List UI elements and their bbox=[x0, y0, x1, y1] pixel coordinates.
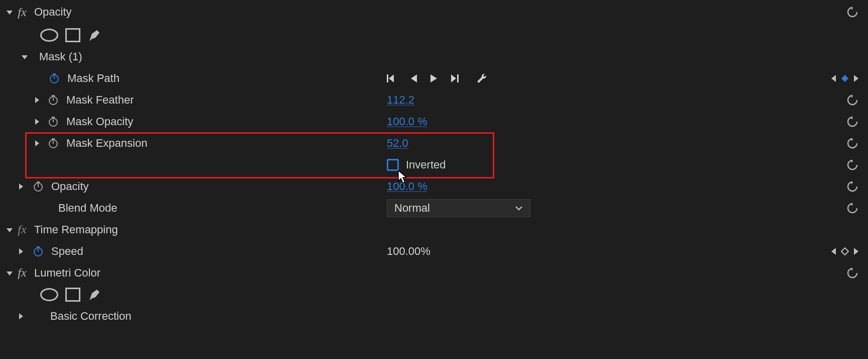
mask-name[interactable]: Mask (1) bbox=[39, 50, 82, 63]
twirl-down-icon[interactable] bbox=[4, 8, 15, 16]
twirl-right-icon[interactable] bbox=[15, 313, 26, 320]
twirl-right-icon[interactable] bbox=[31, 140, 42, 147]
keyframe-navigator[interactable] bbox=[830, 74, 860, 83]
pen-mask-icon[interactable] bbox=[87, 29, 100, 42]
prev-frame-icon[interactable] bbox=[387, 73, 398, 83]
stopwatch-icon[interactable] bbox=[47, 137, 59, 149]
property-label: Opacity bbox=[51, 180, 89, 193]
twirl-right-icon[interactable] bbox=[31, 118, 42, 125]
twirl-down-icon[interactable] bbox=[4, 226, 15, 234]
property-value[interactable]: 100.00% bbox=[387, 245, 430, 258]
reset-icon[interactable] bbox=[845, 265, 860, 281]
reset-icon[interactable] bbox=[845, 114, 860, 129]
property-row-inverted: Inverted bbox=[0, 154, 868, 175]
svg-rect-3 bbox=[387, 74, 388, 82]
property-value[interactable]: 112.2 bbox=[387, 94, 414, 107]
property-label: Mask Opacity bbox=[66, 115, 133, 128]
svg-rect-4 bbox=[457, 74, 459, 82]
svg-rect-9 bbox=[52, 117, 55, 118]
twirl-right-icon[interactable] bbox=[31, 97, 42, 104]
ellipse-mask-icon[interactable] bbox=[40, 288, 58, 301]
rectangle-mask-icon[interactable] bbox=[65, 288, 80, 302]
reset-icon[interactable] bbox=[845, 157, 860, 172]
fx-icon[interactable]: fx bbox=[15, 223, 29, 236]
reset-icon[interactable] bbox=[845, 179, 860, 194]
effect-name: Opacity bbox=[34, 6, 72, 19]
inverted-checkbox[interactable] bbox=[387, 159, 399, 171]
stopwatch-icon[interactable] bbox=[47, 94, 59, 106]
property-label: Basic Correction bbox=[50, 310, 131, 323]
play-icon[interactable] bbox=[429, 73, 438, 83]
step-back-icon[interactable] bbox=[409, 73, 418, 83]
stopwatch-icon[interactable] bbox=[47, 116, 59, 128]
property-row-speed: Speed 100.00% bbox=[0, 240, 868, 262]
twirl-down-icon[interactable] bbox=[4, 269, 15, 277]
property-row-blend-mode: Blend Mode Normal bbox=[0, 197, 868, 219]
property-value[interactable]: 52.0 bbox=[387, 137, 408, 150]
property-value[interactable]: 100.0 % bbox=[387, 115, 427, 128]
effect-row-lumetri-color: fx Lumetri Color bbox=[0, 262, 868, 284]
twirl-right-icon[interactable] bbox=[15, 183, 26, 190]
property-label: Blend Mode bbox=[58, 202, 117, 215]
property-row-mask-opacity: Mask Opacity 100.0 % bbox=[0, 111, 868, 132]
twirl-right-icon[interactable] bbox=[15, 248, 26, 255]
property-row-mask-feather: Mask Feather 112.2 bbox=[0, 89, 868, 111]
property-label: Mask Expansion bbox=[66, 137, 147, 150]
property-row-basic-correction: Basic Correction bbox=[0, 305, 868, 327]
property-label: Mask Path bbox=[67, 72, 120, 85]
property-row-mask-path: Mask Path bbox=[0, 67, 868, 89]
reset-icon[interactable] bbox=[845, 93, 860, 108]
reset-icon[interactable] bbox=[845, 5, 860, 20]
stopwatch-icon[interactable] bbox=[32, 245, 44, 257]
property-row-mask-expansion: Mask Expansion 52.0 bbox=[0, 132, 868, 154]
property-row-opacity: Opacity 100.0 % bbox=[0, 175, 868, 197]
effect-name: Time Remapping bbox=[34, 223, 118, 236]
mask-shape-tools-row bbox=[0, 284, 868, 305]
twirl-down-icon[interactable] bbox=[19, 53, 30, 61]
dropdown-value: Normal bbox=[394, 202, 430, 215]
stopwatch-icon[interactable] bbox=[48, 72, 60, 84]
keyframe-navigator[interactable] bbox=[830, 247, 860, 256]
reset-icon[interactable] bbox=[845, 136, 860, 151]
wrench-icon[interactable] bbox=[476, 72, 488, 84]
fx-icon[interactable]: fx bbox=[15, 6, 29, 19]
property-label: Mask Feather bbox=[66, 94, 134, 107]
ellipse-mask-icon[interactable] bbox=[40, 29, 58, 42]
chevron-down-icon bbox=[515, 205, 523, 211]
svg-rect-6 bbox=[52, 95, 55, 97]
rectangle-mask-icon[interactable] bbox=[65, 28, 80, 42]
property-value[interactable]: 100.0 % bbox=[387, 180, 427, 193]
fx-icon[interactable]: fx bbox=[15, 266, 29, 280]
pen-mask-icon[interactable] bbox=[87, 288, 100, 301]
svg-rect-15 bbox=[37, 182, 40, 183]
mask-shape-tools-row bbox=[0, 24, 868, 46]
svg-rect-1 bbox=[53, 73, 56, 75]
reset-icon[interactable] bbox=[845, 201, 860, 216]
inverted-label: Inverted bbox=[406, 158, 446, 171]
effect-row-time-remapping: fx Time Remapping bbox=[0, 219, 868, 240]
property-label: Speed bbox=[51, 245, 83, 258]
effect-row-opacity: fx Opacity bbox=[0, 0, 868, 24]
effect-name: Lumetri Color bbox=[34, 266, 100, 280]
svg-rect-12 bbox=[52, 138, 55, 140]
next-frame-icon[interactable] bbox=[449, 73, 460, 83]
svg-rect-18 bbox=[37, 246, 40, 248]
blend-mode-dropdown[interactable]: Normal bbox=[387, 199, 530, 217]
stopwatch-icon[interactable] bbox=[32, 181, 44, 193]
mask-group-row: Mask (1) bbox=[0, 46, 868, 67]
